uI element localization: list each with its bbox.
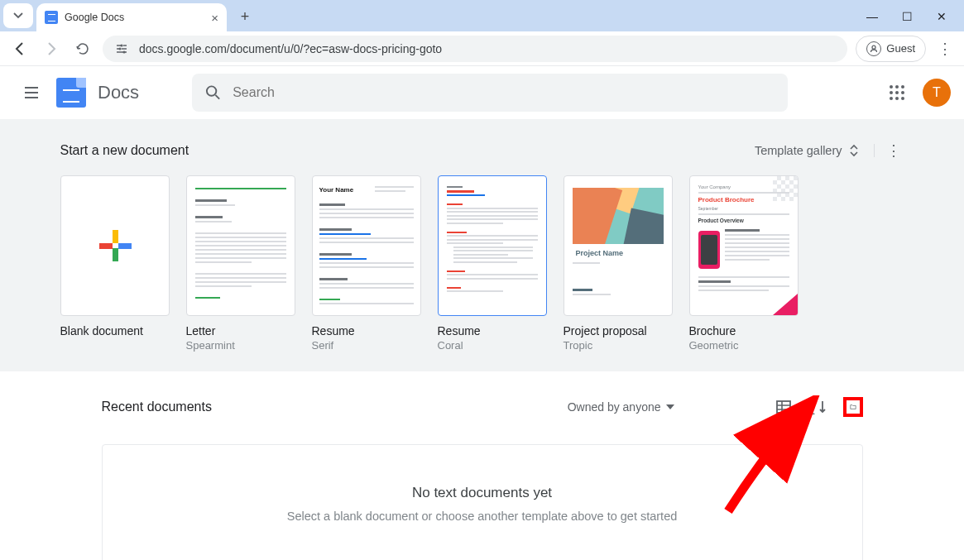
template-sub: Geometric [689, 339, 799, 352]
window-controls: — ☐ ✕ [865, 10, 964, 31]
folder-icon [850, 400, 856, 414]
sort-button[interactable]: AZ [808, 397, 828, 417]
svg-point-4 [207, 86, 216, 95]
reload-button[interactable] [71, 37, 94, 60]
empty-state: No text documents yet Select a blank doc… [102, 444, 863, 560]
svg-point-3 [872, 45, 875, 49]
recent-section: Recent documents Owned by anyone AZ No t… [102, 390, 863, 560]
template-row: Blank document [60, 175, 904, 352]
template-sub: Coral [438, 339, 547, 352]
window-maximize-button[interactable]: ☐ [899, 10, 914, 23]
reload-icon [75, 41, 90, 56]
site-settings-icon[interactable] [114, 41, 129, 56]
plus-icon [99, 230, 131, 261]
svg-rect-5 [777, 401, 790, 413]
list-view-icon [775, 399, 792, 415]
svg-point-1 [118, 47, 121, 50]
template-blank[interactable]: Blank document [60, 175, 170, 352]
new-tab-button[interactable]: + [233, 5, 257, 28]
google-apps-button[interactable] [890, 85, 904, 100]
template-project-proposal[interactable]: Project Name Project proposal Tropic [564, 175, 673, 352]
url-text: docs.google.com/document/u/0/?ec=asw-doc… [139, 42, 442, 55]
search-box[interactable] [192, 74, 788, 112]
svg-point-2 [122, 50, 125, 53]
template-label: Brochure [689, 324, 799, 337]
docs-logo-icon[interactable] [56, 78, 86, 108]
tab-search-button[interactable] [3, 3, 33, 28]
template-label: Project proposal [564, 324, 673, 337]
svg-point-0 [120, 44, 122, 46]
template-label: Resume [312, 324, 421, 337]
main-menu-button[interactable] [13, 74, 50, 111]
templates-section: Start a new document Template gallery ⋮ … [0, 119, 964, 371]
search-icon [205, 84, 221, 101]
arrow-left-icon [12, 41, 27, 56]
browser-address-bar: docs.google.com/document/u/0/?ec=asw-doc… [0, 31, 964, 66]
url-input[interactable]: docs.google.com/document/u/0/?ec=asw-doc… [103, 36, 847, 62]
template-letter-spearmint[interactable]: Letter Spearmint [186, 175, 295, 352]
list-view-button[interactable] [774, 397, 794, 417]
proposal-thumb-title: Project Name [576, 249, 624, 257]
empty-subtitle: Select a blank document or choose anothe… [119, 510, 846, 523]
guest-label: Guest [886, 42, 915, 55]
template-resume-coral[interactable]: Resume Coral [438, 175, 547, 352]
window-close-button[interactable]: ✕ [934, 10, 949, 23]
templates-title: Start a new document [60, 143, 189, 158]
arrow-right-icon [44, 41, 59, 56]
template-brochure[interactable]: Your Company Product Brochure September … [689, 175, 799, 352]
template-label: Letter [186, 324, 295, 337]
recent-title: Recent documents [102, 400, 212, 414]
tab-close-button[interactable]: × [211, 11, 218, 25]
owned-by-filter[interactable]: Owned by anyone [568, 400, 674, 414]
sort-az-icon: AZ [809, 399, 827, 415]
open-file-picker-button[interactable] [843, 397, 863, 417]
back-button[interactable] [8, 37, 31, 60]
template-gallery-label: Template gallery [755, 144, 842, 157]
docs-favicon-icon [45, 11, 58, 24]
browser-tab[interactable]: Google Docs × [36, 3, 227, 31]
hamburger-icon [23, 84, 40, 101]
empty-title: No text documents yet [119, 485, 846, 501]
guest-avatar-icon [866, 41, 881, 56]
template-label: Resume [438, 324, 547, 337]
profile-chip[interactable]: Guest [856, 36, 926, 62]
unfold-icon [849, 144, 859, 157]
search-input[interactable] [233, 85, 775, 100]
dropdown-icon [666, 404, 674, 409]
chrome-menu-button[interactable]: ⋮ [934, 40, 956, 58]
app-header: Docs T [0, 66, 964, 119]
template-sub: Spearmint [186, 339, 295, 352]
owned-by-label: Owned by anyone [568, 400, 661, 414]
forward-button[interactable] [40, 37, 63, 60]
browser-tab-strip: Google Docs × + — ☐ ✕ [0, 0, 964, 31]
chevron-down-icon [13, 11, 23, 21]
template-sub: Serif [312, 339, 421, 352]
template-resume-serif[interactable]: Your Name [312, 175, 421, 352]
account-avatar[interactable]: T [923, 79, 951, 107]
tab-title: Google Docs [65, 12, 204, 23]
templates-more-button[interactable]: ⋮ [875, 141, 904, 160]
svg-text:Z: Z [809, 406, 815, 415]
app-name: Docs [98, 82, 139, 103]
template-label: Blank document [60, 324, 170, 337]
template-sub: Tropic [564, 339, 673, 352]
template-gallery-button[interactable]: Template gallery [755, 144, 875, 157]
window-minimize-button[interactable]: — [865, 10, 880, 23]
proposal-hero-image [573, 188, 664, 244]
